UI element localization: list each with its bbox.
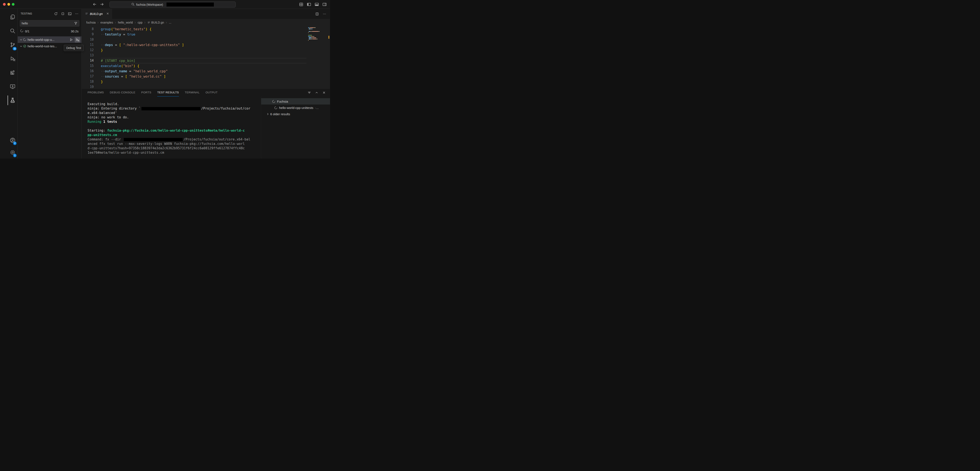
output-menu-button[interactable] (307, 91, 311, 94)
minimize-window-button[interactable] (7, 3, 10, 6)
maximize-panel-button[interactable] (315, 91, 318, 94)
breadcrumb-item[interactable]: hello_world (118, 21, 133, 24)
bottom-panel: PROBLEMSDEBUG CONSOLEPORTSTEST RESULTSTE… (82, 88, 330, 159)
activity-item-source-control[interactable]: 11 (0, 38, 18, 52)
panel-bottom-icon (315, 2, 319, 6)
redacted-text (142, 107, 200, 110)
panel-tab-problems[interactable]: PROBLEMS (88, 89, 104, 97)
show-test-output-button[interactable] (68, 12, 72, 16)
filter-toggle-button[interactable] (74, 21, 78, 25)
panel-tab-test-results[interactable]: TEST RESULTS (157, 89, 179, 97)
code-text (101, 37, 307, 42)
chevron-right-icon (165, 21, 168, 24)
older-results-toggle[interactable]: 6 older results (261, 111, 330, 117)
activity-item-extensions[interactable] (0, 66, 18, 79)
customize-layout-button[interactable] (299, 2, 303, 6)
run-test-button[interactable] (68, 37, 74, 43)
output-line: Running 1 tests (88, 120, 261, 124)
editor-tab-bar: BUILD.gn (82, 9, 330, 19)
line-number: 16 (82, 68, 94, 74)
older-results-label: 6 older results (270, 112, 290, 116)
test-tree-item[interactable]: hello-world-cpp-u... (18, 36, 81, 43)
activity-item-search[interactable] (0, 24, 18, 38)
fullscreen-window-button[interactable] (12, 3, 14, 6)
spinner-icon (20, 29, 23, 32)
pass-icon (23, 44, 26, 48)
breadcrumb: fuchsiaexampleshello_worldcppBUILD.gn... (82, 19, 330, 26)
minimap[interactable] (308, 27, 327, 43)
result-run-root[interactable]: Fuchsia (261, 98, 330, 105)
code-line[interactable]: 16··output_name = "hello_world_cpp" (82, 68, 330, 74)
editor-actions (315, 9, 330, 19)
breadcrumb-item[interactable]: fuchsia (86, 21, 95, 24)
badge-count: 1 (13, 154, 17, 157)
badge-count: 11 (13, 47, 17, 51)
panel-tab-ports[interactable]: PORTS (141, 89, 151, 97)
show-output-icon (68, 12, 72, 16)
toggle-primary-sidebar-button[interactable] (307, 2, 311, 6)
close-tab-button[interactable] (106, 12, 109, 15)
sidebar-title: TESTING (21, 12, 32, 15)
breadcrumb-item[interactable]: cpp (138, 21, 143, 24)
debug-test-button[interactable] (75, 37, 80, 43)
activity-item-explorer[interactable] (0, 10, 18, 24)
more-icon (75, 12, 78, 16)
activity-item-remote-explorer[interactable] (0, 79, 18, 94)
split-editor-button[interactable] (315, 12, 319, 16)
panel-tab-terminal[interactable]: TERMINAL (185, 89, 200, 97)
beaker-icon (10, 98, 15, 103)
code-line[interactable]: 17··sources = [ "hello_world.cc" ] (82, 74, 330, 79)
twisty-button[interactable] (19, 44, 23, 48)
back-button[interactable] (92, 2, 97, 6)
more-editor-actions-button[interactable] (323, 12, 326, 16)
code-line[interactable]: 13 (82, 53, 330, 58)
command-center-search[interactable]: fuchsia (Workspace) (110, 2, 236, 8)
inline-test-actions (68, 37, 80, 43)
activity-item-manage[interactable]: 1 (0, 146, 18, 159)
code-line[interactable]: 11··deps = [ ":hello-world-cpp-unittests… (82, 42, 330, 48)
panel-tab-output[interactable]: OUTPUT (205, 89, 218, 97)
toggle-secondary-sidebar-button[interactable] (323, 2, 327, 6)
twisty-button[interactable] (19, 38, 23, 41)
test-run-status: 0/1 30.2s (18, 27, 81, 34)
code-line[interactable]: 19 (82, 84, 330, 88)
forward-button[interactable] (100, 2, 104, 6)
activity-item-accounts[interactable]: 2 (0, 134, 18, 146)
output-line: anced ffx test run --max-severity-logs W… (88, 142, 261, 146)
result-test-item[interactable]: hello-world-cpp-unittests·... (261, 105, 330, 111)
panel-tab-debug-console[interactable]: DEBUG CONSOLE (110, 89, 135, 97)
code-line[interactable]: 8group("hermetic_tests") { (82, 27, 330, 32)
activity-item-run-and-debug[interactable] (0, 52, 18, 66)
code-text: ··deps = [ ":hello-world-cpp-unittests" … (101, 42, 307, 48)
refresh-tests-button[interactable] (54, 12, 58, 16)
activity-item-testing[interactable] (0, 94, 18, 107)
code-line[interactable]: 9··testonly = true (82, 32, 330, 37)
code-editor[interactable]: 8group("hermetic_tests") {9··testonly = … (82, 26, 330, 88)
spinner-icon (23, 38, 26, 41)
cancel-test-run-button[interactable] (61, 12, 65, 16)
layout-controls (299, 2, 327, 6)
close-window-button[interactable] (3, 3, 6, 6)
code-line[interactable]: 10 (82, 37, 330, 42)
menu-lines-icon (307, 91, 311, 94)
test-filter-input[interactable]: hello (20, 20, 80, 27)
breadcrumb-item[interactable]: BUILD.gn (147, 21, 164, 24)
tab-build-gn[interactable]: BUILD.gn (82, 9, 112, 19)
output-line: pp-unittests.cm (88, 133, 261, 137)
chevron-up-icon (315, 91, 318, 94)
history-navigation (92, 2, 104, 6)
more-actions-button[interactable] (75, 12, 78, 16)
line-number: 10 (82, 37, 94, 42)
code-line[interactable]: 14# [START cpp_bin] (82, 58, 330, 63)
test-output[interactable]: Executing build.ninja: Entering director… (82, 97, 261, 159)
chevron-right-icon (97, 21, 99, 24)
breadcrumb-item[interactable]: ... (169, 21, 171, 24)
close-panel-button[interactable] (322, 91, 326, 94)
breadcrumb-item[interactable]: examples (100, 21, 113, 24)
toggle-panel-button[interactable] (315, 2, 319, 6)
extensions-icon (10, 70, 15, 75)
code-line[interactable]: 18} (82, 79, 330, 84)
code-line[interactable]: 12} (82, 48, 330, 53)
code-line[interactable]: 15executable("bin") { (82, 63, 330, 68)
search-icon (10, 28, 15, 33)
